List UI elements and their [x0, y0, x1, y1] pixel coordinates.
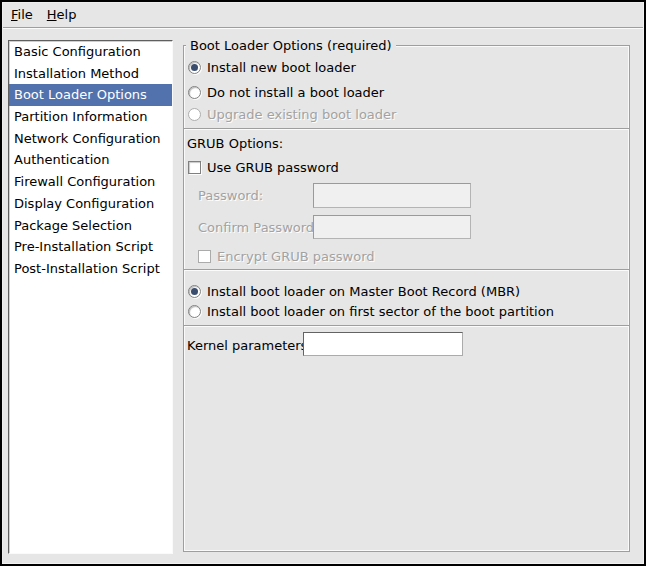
- menu-help[interactable]: Help: [40, 4, 84, 25]
- sidebar-item-firewall-configuration[interactable]: Firewall Configuration: [9, 171, 172, 193]
- password-field: [313, 183, 471, 208]
- frame-title: Boot Loader Options (required): [186, 38, 396, 53]
- sidebar-item-partition-information[interactable]: Partition Information: [9, 106, 172, 128]
- radio-install-new-boot-loader[interactable]: Install new boot loader: [188, 59, 356, 75]
- radio-unselected-icon: [188, 86, 201, 99]
- radio-label: Do not install a boot loader: [207, 85, 384, 100]
- radio-do-not-install-boot-loader[interactable]: Do not install a boot loader: [188, 84, 384, 100]
- sidebar-item-installation-method[interactable]: Installation Method: [9, 63, 172, 85]
- radio-label: Upgrade existing boot loader: [207, 107, 396, 122]
- radio-install-on-mbr[interactable]: Install boot loader on Master Boot Recor…: [188, 283, 520, 299]
- radio-label: Install new boot loader: [207, 60, 356, 75]
- separator: [184, 325, 629, 327]
- radio-disabled-icon: [188, 108, 201, 121]
- separator: [184, 128, 629, 130]
- sidebar-item-network-configuration[interactable]: Network Configuration: [9, 128, 172, 150]
- confirm-password-field: [313, 215, 471, 239]
- radio-selected-icon: [188, 285, 201, 298]
- separator: [184, 269, 629, 271]
- radio-unselected-icon: [188, 305, 201, 318]
- sidebar-item-package-selection[interactable]: Package Selection: [9, 215, 172, 237]
- sidebar-item-basic-configuration[interactable]: Basic Configuration: [9, 41, 172, 63]
- menu-bar: File Help: [2, 2, 644, 28]
- password-label: Password:: [198, 188, 263, 204]
- checkbox-use-grub-password[interactable]: Use GRUB password: [188, 159, 339, 175]
- sidebar-item-display-configuration[interactable]: Display Configuration: [9, 193, 172, 215]
- section-list: Basic Configuration Installation Method …: [8, 40, 173, 554]
- checkbox-encrypt-grub-password: Encrypt GRUB password: [198, 248, 375, 264]
- menu-file[interactable]: File: [4, 4, 40, 25]
- checkbox-disabled-icon: [198, 250, 211, 263]
- radio-label: Install boot loader on first sector of t…: [207, 304, 554, 319]
- grub-options-label: GRUB Options:: [187, 136, 283, 152]
- sidebar-item-boot-loader-options[interactable]: Boot Loader Options: [9, 84, 172, 106]
- confirm-password-label: Confirm Password:: [198, 220, 318, 236]
- checkbox-icon: [188, 161, 201, 174]
- sidebar-item-post-installation-script[interactable]: Post-Installation Script: [9, 258, 172, 280]
- radio-label: Install boot loader on Master Boot Recor…: [207, 284, 520, 299]
- checkbox-label: Use GRUB password: [207, 160, 339, 175]
- kernel-parameters-input[interactable]: [303, 332, 463, 356]
- sidebar-item-authentication[interactable]: Authentication: [9, 149, 172, 171]
- checkbox-label: Encrypt GRUB password: [217, 249, 375, 264]
- radio-install-on-first-sector[interactable]: Install boot loader on first sector of t…: [188, 303, 554, 319]
- kernel-parameters-label: Kernel parameters:: [187, 338, 312, 354]
- radio-selected-icon: [188, 61, 201, 74]
- sidebar-item-pre-installation-script[interactable]: Pre-Installation Script: [9, 236, 172, 258]
- radio-upgrade-existing-boot-loader: Upgrade existing boot loader: [188, 106, 396, 122]
